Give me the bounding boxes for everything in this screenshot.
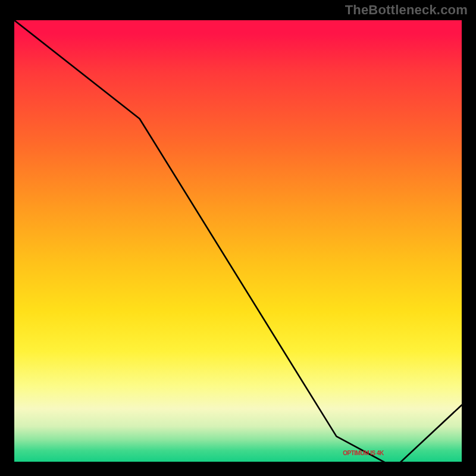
plot-area: OPTIMUM IS 4K [14, 20, 462, 462]
curve-svg [14, 20, 462, 462]
bottleneck-curve [14, 20, 462, 462]
plot-frame: OPTIMUM IS 4K [12, 18, 464, 464]
chart-stage: TheBottleneck.com OPTIMUM IS 4K [0, 0, 476, 476]
optimum-label: OPTIMUM IS 4K [343, 450, 384, 456]
watermark-text: TheBottleneck.com [345, 2, 468, 18]
